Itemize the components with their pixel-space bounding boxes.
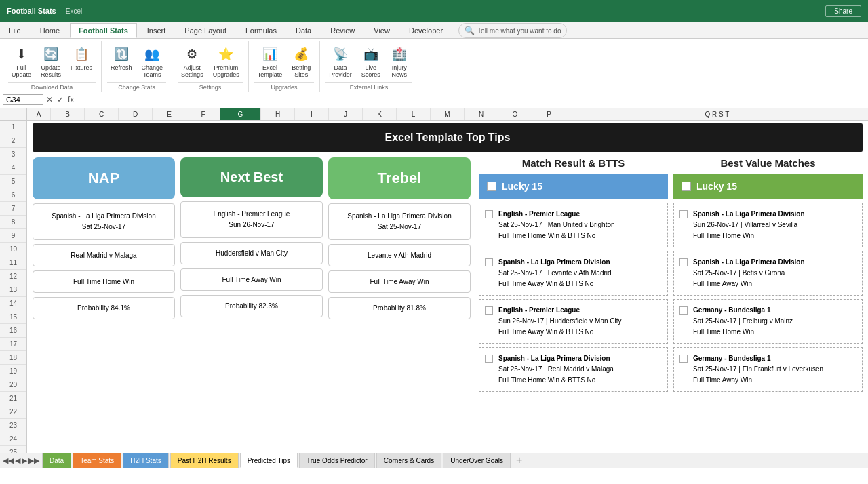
bv-match-item-3-checkbox[interactable] — [679, 306, 688, 315]
refresh-button[interactable]: 🔃 Refresh — [107, 43, 136, 74]
update-results-label: UpdateResults — [41, 65, 61, 79]
tab-underover-goals[interactable]: UnderOver Goals — [443, 453, 511, 468]
premium-upgrades-button[interactable]: ⭐ PremiumUpgrades — [210, 43, 243, 81]
col-header-H[interactable]: H — [261, 108, 295, 120]
best-value-section: Best Value Matches Lucky 15 Spanish - La… — [673, 157, 863, 395]
bv-match-item-2-text: Spanish - La Liga Primera Division Sat 2… — [693, 257, 805, 289]
tab-review[interactable]: Review — [321, 23, 363, 38]
adjust-settings-button[interactable]: ⚙ AdjustSettings — [178, 43, 207, 81]
tell-me-bar[interactable]: 🔍 Tell me what you want to do — [458, 23, 567, 38]
cell-reference-input[interactable]: G34 — [3, 94, 43, 105]
lucky-checkbox-1[interactable] — [487, 182, 496, 191]
best-value-lucky-checkbox[interactable] — [682, 182, 691, 191]
bv-match-item-1-checkbox[interactable] — [679, 210, 688, 218]
col-header-N[interactable]: N — [465, 108, 498, 120]
row-num-9: 9 — [0, 229, 26, 243]
match-item-4-row: Spanish - La Liga Primera Division Sat 2… — [485, 353, 662, 386]
bv-match-item-4-text: Germany - Bundesliga 1 Sat 25-Nov-17 | E… — [693, 353, 823, 386]
nap-result: Full Time Home Win — [40, 278, 167, 285]
tab-file[interactable]: File — [0, 23, 30, 38]
tab-prev-icon[interactable]: ◀ — [15, 456, 20, 465]
live-scores-button[interactable]: 📺 LiveScores — [358, 43, 384, 81]
share-btn-area[interactable]: Share — [825, 5, 861, 17]
full-update-button[interactable]: ⬇ FullUpdate — [8, 43, 35, 81]
match-item-3-checkbox[interactable] — [485, 306, 493, 315]
bv-match-item-2-checkbox[interactable] — [679, 258, 688, 266]
change-teams-icon: 👥 — [142, 45, 161, 64]
download-group-label: Download Data — [8, 82, 96, 91]
bv-match-item-3-date-match: Sat 25-Nov-17 | Freiburg v Mainz — [693, 316, 793, 327]
confirm-formula-icon[interactable]: ✓ — [57, 95, 64, 104]
sheet-content[interactable]: Excel Template Top Tips NAP Spanish - La… — [27, 121, 868, 453]
tab-data[interactable]: Data — [287, 23, 320, 38]
col-header-M[interactable]: M — [431, 108, 465, 120]
match-item-2-checkbox[interactable] — [485, 258, 493, 266]
tab-football-stats[interactable]: Football Stats — [70, 23, 137, 38]
match-item-1-checkbox[interactable] — [485, 210, 493, 218]
col-header-D[interactable]: D — [119, 108, 153, 120]
update-results-button[interactable]: 🔄 UpdateResults — [37, 43, 64, 81]
match-item-4-checkbox[interactable] — [485, 355, 493, 363]
col-header-E[interactable]: E — [153, 108, 186, 120]
change-teams-button[interactable]: 👥 ChangeTeams — [138, 43, 167, 81]
fixtures-button[interactable]: 📋 Fixtures — [67, 43, 96, 74]
col-header-I[interactable]: I — [295, 108, 329, 120]
col-header-B[interactable]: B — [51, 108, 85, 120]
excel-template-button[interactable]: 📊 ExcelTemplate — [254, 43, 286, 81]
tab-view[interactable]: View — [365, 23, 399, 38]
tab-predicted-tips[interactable]: Predicted Tips — [240, 453, 298, 468]
col-header-L[interactable]: L — [397, 108, 431, 120]
change-teams-label: ChangeTeams — [142, 65, 163, 79]
data-provider-button[interactable]: 📡 DataProvider — [326, 43, 355, 81]
fixtures-label: Fixtures — [71, 65, 92, 72]
bv-match-item-4-checkbox[interactable] — [679, 355, 688, 363]
col-header-A[interactable]: A — [27, 108, 51, 120]
adjust-settings-icon: ⚙ — [182, 45, 201, 64]
settings-group-label: Settings — [178, 82, 243, 91]
col-header-J[interactable]: J — [329, 108, 363, 120]
share-button[interactable]: Share — [825, 5, 861, 17]
injury-news-button[interactable]: 🏥 InjuryNews — [387, 43, 412, 81]
bv-match-item-3: Germany - Bundesliga 1 Sat 25-Nov-17 | F… — [673, 299, 863, 344]
tab-nav-arrows[interactable]: ◀◀ ◀ ▶ ▶▶ — [0, 456, 42, 465]
tab-developer[interactable]: Developer — [400, 23, 452, 38]
tab-past-h2h-results[interactable]: Past H2H Results — [170, 453, 239, 468]
trebel-info-box: Spanish - La Liga Primera Division Sat 2… — [328, 203, 471, 240]
match-item-4: Spanish - La Liga Primera Division Sat 2… — [479, 347, 668, 392]
betting-sites-button[interactable]: 💰 BettingSites — [288, 43, 314, 81]
tab-data[interactable]: Data — [42, 453, 71, 468]
tab-formulas[interactable]: Formulas — [237, 23, 285, 38]
tab-insert[interactable]: Insert — [138, 23, 175, 38]
col-header-P[interactable]: P — [532, 108, 566, 120]
cancel-formula-icon[interactable]: ✕ — [46, 95, 53, 104]
tab-page-layout[interactable]: Page Layout — [176, 23, 235, 38]
tab-last-icon[interactable]: ▶▶ — [28, 456, 39, 465]
col-header-F[interactable]: F — [186, 108, 220, 120]
tab-next-icon[interactable]: ▶ — [22, 456, 27, 465]
next-best-info-box: English - Premier League Sun 26-Nov-17 — [180, 201, 323, 238]
tab-first-icon[interactable]: ◀◀ — [3, 456, 14, 465]
row-num-25: 25 — [0, 446, 26, 453]
excel-template-label: ExcelTemplate — [258, 65, 283, 79]
match-item-4-league: Spanish - La Liga Primera Division — [498, 353, 614, 364]
trebel-result: Full Time Away Win — [336, 278, 463, 285]
betting-sites-label: BettingSites — [292, 65, 311, 79]
tab-corners-cards[interactable]: Corners & Cards — [376, 453, 441, 468]
tab-home[interactable]: Home — [31, 23, 68, 38]
formula-input[interactable] — [78, 96, 865, 104]
row-num-13: 13 — [0, 283, 26, 297]
live-scores-icon: 📺 — [361, 45, 380, 64]
insert-function-icon[interactable]: fx — [68, 95, 74, 104]
row-num-10: 10 — [0, 243, 26, 256]
tab-h2h-stats[interactable]: H2H Stats — [123, 453, 169, 468]
bv-match-item-4-row: Germany - Bundesliga 1 Sat 25-Nov-17 | E… — [679, 353, 856, 386]
col-header-K[interactable]: K — [363, 108, 397, 120]
col-header-G[interactable]: G — [220, 108, 261, 120]
col-header-O[interactable]: O — [498, 108, 532, 120]
col-header-rest: Q R S T — [566, 108, 868, 120]
row-num-3: 3 — [0, 148, 26, 161]
tab-true-odds-predictor[interactable]: True Odds Predictor — [299, 453, 375, 468]
tab-team-stats[interactable]: Team Stats — [73, 453, 121, 468]
col-header-C[interactable]: C — [85, 108, 119, 120]
add-sheet-button[interactable]: + — [512, 454, 526, 466]
